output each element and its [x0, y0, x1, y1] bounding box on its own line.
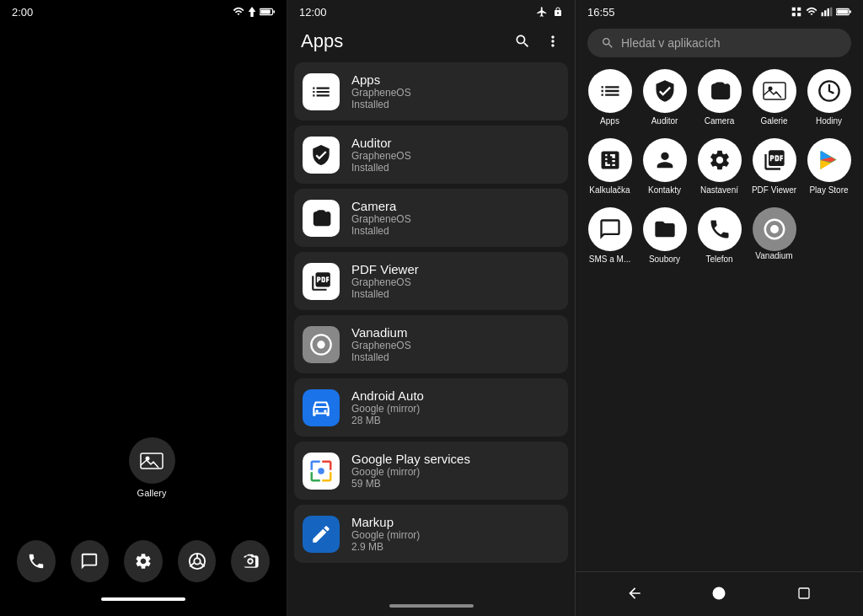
app-name: Camera — [351, 199, 411, 213]
home-indicator-1 — [101, 597, 185, 601]
grid-item-apps[interactable]: Apps — [584, 69, 635, 126]
grid-item-camera[interactable]: Camera — [694, 69, 745, 126]
app-source: Google (mirror) — [351, 403, 424, 415]
app-name: Google Play services — [351, 452, 470, 466]
list-item[interactable]: Auditor GrapheneOS Installed — [294, 126, 568, 184]
list-item[interactable]: Markup Google (mirror) 2.9 MB — [294, 505, 568, 563]
app-icon-gps — [303, 453, 340, 490]
gallery-label: Gallery — [137, 488, 167, 498]
app-source: GrapheneOS — [351, 276, 419, 288]
svg-point-6 — [194, 558, 200, 564]
app-info-markup: Markup Google (mirror) 2.9 MB — [351, 515, 420, 553]
grid-icon-apps — [588, 69, 632, 113]
grid-icon-hodiny — [807, 69, 851, 113]
grid-label-galerie: Galerie — [760, 116, 787, 126]
app-name: Markup — [351, 515, 420, 529]
grid-label-kalkulator: Kalkulačka — [589, 185, 630, 196]
grid-label-vanadium: Vanadium — [755, 251, 792, 261]
dock-chrome[interactable] — [178, 540, 217, 582]
status-icons-1 — [233, 7, 275, 17]
grid-icon-camera — [698, 69, 742, 113]
search-icon[interactable] — [514, 33, 531, 50]
grid-icon-vanadium — [753, 207, 796, 251]
nav-back[interactable] — [622, 581, 647, 606]
grid-item-vanadium[interactable]: Vanadium — [748, 207, 800, 265]
status-bar-1: 2:00 — [0, 0, 287, 24]
app-name: PDF Viewer — [351, 262, 419, 276]
home-screen: 2:00 — [0, 0, 287, 616]
gallery-app[interactable]: Gallery — [17, 437, 287, 498]
grid-icon-playstore — [807, 138, 851, 182]
app-info-camera: Camera GrapheneOS Installed — [351, 199, 411, 237]
grid-item-telefon[interactable]: Telefon — [694, 207, 745, 265]
time-2: 12:00 — [299, 6, 327, 19]
grid-label-pdf: PDF Viewer — [752, 185, 796, 196]
grid-item-galerie[interactable]: Galerie — [748, 69, 800, 126]
list-item[interactable]: PDF Viewer GrapheneOS Installed — [294, 252, 568, 310]
app-grid: Apps Auditor Camera — [576, 69, 863, 265]
grid-label-camera: Camera — [705, 116, 735, 126]
grid-item-kontakty[interactable]: Kontakty — [639, 138, 690, 196]
grid-label-sms: SMS a M... — [589, 254, 630, 265]
grid-item-nastaveni[interactable]: Nastavení — [694, 138, 745, 196]
apps-list-header: Apps — [287, 24, 575, 62]
app-search-bar[interactable]: Hledat v aplikacích — [587, 29, 851, 57]
app-name: Vanadium — [351, 325, 411, 340]
svg-rect-13 — [822, 13, 823, 17]
grid-label-kontakty: Kontakty — [648, 185, 681, 196]
grid-icon-nastaveni — [698, 138, 742, 182]
status-bar-3: 16:55 — [576, 0, 863, 24]
svg-point-24 — [770, 225, 779, 233]
grid-icon-auditor — [643, 69, 687, 113]
grid-icon-soubory — [643, 207, 687, 251]
dock-messages[interactable] — [71, 540, 110, 582]
home-screen-content: Gallery — [0, 24, 287, 616]
list-item[interactable]: Vanadium GrapheneOS Installed — [294, 315, 568, 373]
svg-rect-2 — [273, 10, 275, 13]
list-item[interactable]: Apps GrapheneOS Installed — [294, 62, 568, 121]
app-size: 59 MB — [351, 478, 470, 490]
grid-icon-galerie — [753, 69, 796, 113]
svg-rect-19 — [850, 10, 851, 13]
grid-item-sms[interactable]: SMS a M... — [584, 207, 635, 265]
app-list: Apps GrapheneOS Installed Auditor Graphe… — [287, 62, 575, 597]
grid-item-auditor[interactable]: Auditor — [639, 69, 690, 126]
app-icon-vanadium — [303, 326, 340, 363]
header-action-icons — [514, 33, 561, 50]
status-icons-2 — [536, 6, 563, 18]
list-item[interactable]: Google Play services Google (mirror) 59 … — [294, 442, 568, 500]
list-item[interactable]: Android Auto Google (mirror) 28 MB — [294, 378, 568, 437]
nav-recents[interactable] — [791, 581, 817, 606]
svg-rect-18 — [837, 10, 848, 14]
more-icon[interactable] — [544, 33, 561, 50]
app-info-apps: Apps GrapheneOS Installed — [351, 72, 411, 110]
dock-settings[interactable] — [124, 540, 163, 582]
app-icon-apps — [303, 73, 340, 110]
grid-item-playstore[interactable]: Play Store — [803, 138, 855, 196]
battery-icon-3 — [836, 8, 851, 16]
svg-rect-1 — [260, 10, 270, 14]
grid-item-hodiny[interactable]: Hodiny — [803, 69, 855, 126]
grid-label-playstore: Play Store — [809, 185, 848, 196]
app-icon-markup — [303, 516, 340, 553]
app-drawer-screen: 16:55 — [576, 0, 863, 616]
dock-phone[interactable] — [17, 540, 56, 582]
nav-home[interactable] — [706, 581, 732, 606]
list-item[interactable]: Camera GrapheneOS Installed — [294, 189, 568, 247]
app-info-pdf: PDF Viewer GrapheneOS Installed — [351, 262, 419, 300]
grid-item-soubory[interactable]: Soubory — [639, 207, 690, 265]
wifi-icon — [233, 7, 244, 17]
dock-camera[interactable] — [231, 540, 270, 582]
airplane-icon — [536, 6, 548, 18]
app-icon-camera — [303, 200, 340, 237]
app-status: Installed — [351, 99, 411, 110]
grid-item-pdf[interactable]: PDF Viewer — [748, 138, 800, 196]
grid-item-kalkulator[interactable]: Kalkulačka — [584, 138, 635, 196]
search-placeholder: Hledat v aplikacích — [621, 36, 721, 50]
app-source: Google (mirror) — [351, 466, 470, 478]
svg-rect-20 — [764, 83, 785, 99]
app-source: GrapheneOS — [351, 213, 411, 225]
app-icon-auditor — [303, 137, 340, 174]
grid-label-soubory: Soubory — [649, 254, 680, 265]
app-info-auto: Android Auto Google (mirror) 28 MB — [351, 388, 424, 426]
